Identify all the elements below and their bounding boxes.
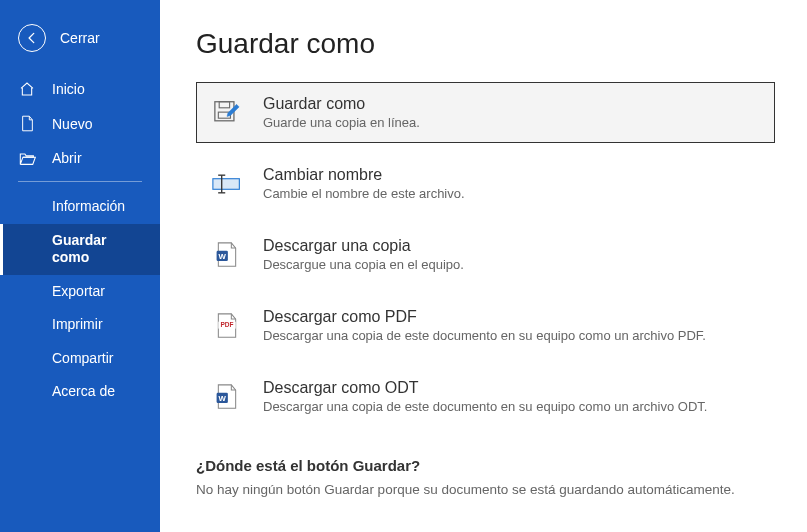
option-download-odt-desc: Descargar una copia de este documento en… bbox=[263, 399, 707, 414]
option-download-odt-title: Descargar como ODT bbox=[263, 379, 707, 397]
close-label: Cerrar bbox=[60, 30, 100, 46]
option-rename-desc: Cambie el nombre de este archivo. bbox=[263, 186, 465, 201]
footer-question: ¿Dónde está el botón Guardar? bbox=[196, 457, 775, 474]
word-document-icon: W bbox=[211, 384, 243, 410]
sidebar-divider bbox=[18, 181, 142, 182]
option-download-pdf-title: Descargar como PDF bbox=[263, 308, 706, 326]
nav-home[interactable]: Inicio bbox=[0, 72, 160, 106]
nav-info[interactable]: Información bbox=[0, 190, 160, 224]
nav-info-label: Información bbox=[52, 198, 125, 214]
home-icon bbox=[18, 81, 36, 97]
svg-rect-3 bbox=[213, 178, 239, 189]
nav-about[interactable]: Acerca de bbox=[0, 375, 160, 409]
page-title: Guardar como bbox=[196, 28, 775, 60]
option-download-copy[interactable]: W Descargar una copia Descargue una copi… bbox=[196, 224, 775, 285]
backstage-sidebar: Cerrar Inicio Nuevo Abrir Información bbox=[0, 0, 160, 532]
back-arrow-icon bbox=[18, 24, 46, 52]
option-save-as-title: Guardar como bbox=[263, 95, 420, 113]
nav-share[interactable]: Compartir bbox=[0, 342, 160, 376]
footer-answer: No hay ningún botón Guardar porque su do… bbox=[196, 482, 775, 497]
option-download-copy-title: Descargar una copia bbox=[263, 237, 464, 255]
nav-share-label: Compartir bbox=[52, 350, 113, 366]
option-download-pdf[interactable]: PDF Descargar como PDF Descargar una cop… bbox=[196, 295, 775, 356]
option-rename-title: Cambiar nombre bbox=[263, 166, 465, 184]
nav-export[interactable]: Exportar bbox=[0, 275, 160, 309]
footer-info: ¿Dónde está el botón Guardar? No hay nin… bbox=[196, 457, 775, 497]
option-download-copy-desc: Descargue una copia en el equipo. bbox=[263, 257, 464, 272]
svg-text:PDF: PDF bbox=[221, 321, 234, 328]
nav-about-label: Acerca de bbox=[52, 383, 115, 399]
main-panel: Guardar como Guardar como Guarde una cop… bbox=[160, 0, 807, 532]
svg-text:W: W bbox=[219, 251, 227, 260]
new-document-icon bbox=[18, 115, 36, 132]
word-document-icon: W bbox=[211, 242, 243, 268]
rename-icon bbox=[211, 173, 243, 195]
nav-new-label: Nuevo bbox=[52, 116, 92, 132]
option-save-as-desc: Guarde una copia en línea. bbox=[263, 115, 420, 130]
nav-save-as[interactable]: Guardar como bbox=[0, 224, 160, 275]
nav-new[interactable]: Nuevo bbox=[0, 106, 160, 141]
svg-text:W: W bbox=[219, 393, 227, 402]
close-button[interactable]: Cerrar bbox=[0, 18, 160, 72]
nav-print-label: Imprimir bbox=[52, 316, 103, 332]
nav-save-as-label: Guardar como bbox=[52, 232, 106, 266]
option-download-odt[interactable]: W Descargar como ODT Descargar una copia… bbox=[196, 366, 775, 427]
nav-export-label: Exportar bbox=[52, 283, 105, 299]
option-rename[interactable]: Cambiar nombre Cambie el nombre de este … bbox=[196, 153, 775, 214]
nav-open[interactable]: Abrir bbox=[0, 141, 160, 175]
save-as-icon bbox=[211, 100, 243, 126]
folder-open-icon bbox=[18, 151, 36, 166]
nav-print[interactable]: Imprimir bbox=[0, 308, 160, 342]
pdf-document-icon: PDF bbox=[211, 313, 243, 339]
option-save-as[interactable]: Guardar como Guarde una copia en línea. bbox=[196, 82, 775, 143]
option-download-pdf-desc: Descargar una copia de este documento en… bbox=[263, 328, 706, 343]
nav-home-label: Inicio bbox=[52, 81, 85, 97]
svg-rect-1 bbox=[219, 101, 229, 107]
nav-open-label: Abrir bbox=[52, 150, 82, 166]
